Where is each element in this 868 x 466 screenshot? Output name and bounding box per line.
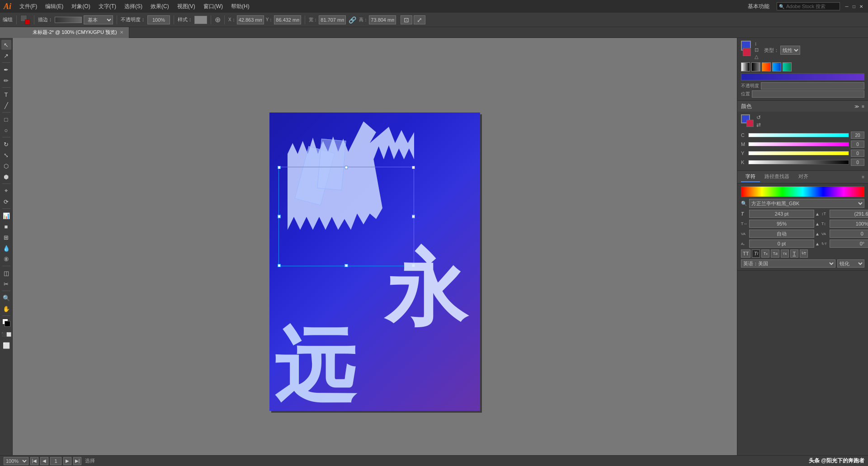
opacity-value-input[interactable] <box>761 82 864 89</box>
c-value[interactable]: 20 <box>851 132 864 139</box>
tool-mesh[interactable]: ⊞ <box>1 232 11 242</box>
tool-reshape[interactable]: ⬢ <box>1 172 11 182</box>
nav-prev-btn[interactable]: ◀ <box>40 457 48 465</box>
style-t-frac-btn[interactable]: ⅟T <box>800 249 808 258</box>
tool-width[interactable]: ⌖ <box>1 186 11 196</box>
handle-top-right[interactable] <box>412 166 415 169</box>
tool-type[interactable]: T <box>1 89 11 99</box>
handle-mid-left[interactable] <box>278 215 281 218</box>
preset-dark[interactable] <box>751 62 760 71</box>
kerning-input[interactable] <box>830 230 868 238</box>
transform-icon[interactable]: ⊕ <box>215 15 221 24</box>
tool-warp[interactable]: ⟳ <box>1 197 11 207</box>
hscale-input[interactable] <box>749 220 814 228</box>
handle-mid-right[interactable] <box>412 215 415 218</box>
menu-object[interactable]: 对象(O) <box>68 2 94 11</box>
tool-ellipse[interactable]: ○ <box>1 125 11 135</box>
gradient-reverse-icon[interactable]: ↕ <box>755 41 759 46</box>
font-size-up[interactable]: ▲ <box>815 212 820 217</box>
handle-bottom-left[interactable] <box>278 264 281 267</box>
menu-select[interactable]: 选择(S) <box>121 2 146 11</box>
tool-gradient[interactable]: ■ <box>1 221 11 231</box>
tool-hand[interactable]: ✋ <box>1 304 11 314</box>
color-panel-expand[interactable]: ≫ <box>854 104 859 109</box>
transform-btn-2[interactable]: ⤢ <box>414 15 425 24</box>
style-ti-btn[interactable]: TI <box>752 249 760 258</box>
tool-line[interactable]: ╱ <box>1 100 11 110</box>
main-canvas[interactable]: 永 远 <box>269 113 480 411</box>
style-t-sub-btn[interactable]: Tx <box>761 249 769 258</box>
w-input[interactable]: 81.707 mm <box>319 15 346 24</box>
color-panel-header[interactable]: 颜色 ≫ ≡ <box>737 101 868 112</box>
color-spectrum[interactable] <box>741 186 864 197</box>
color-panel-menu[interactable]: ≡ <box>862 104 864 109</box>
font-search-icon[interactable]: 🔍 <box>741 201 747 207</box>
c-slider[interactable] <box>748 133 849 137</box>
preset-blue[interactable] <box>772 62 781 71</box>
menu-help[interactable]: 帮助(H) <box>227 2 253 11</box>
tool-pencil[interactable]: ✏ <box>1 75 11 85</box>
tab-active[interactable]: 未标题-2* @ 100% (CMYK/GPU 预览) ✕ <box>27 27 129 38</box>
fg-bg-swatch[interactable] <box>741 114 754 127</box>
tool-zoom[interactable]: 🔍 <box>1 293 11 303</box>
m-value[interactable]: 0 <box>851 141 864 148</box>
baseline-input[interactable] <box>749 240 814 248</box>
maximize-button[interactable]: □ <box>851 3 857 9</box>
preset-warm[interactable] <box>762 62 771 71</box>
tool-eyedropper[interactable]: 💧 <box>1 243 11 253</box>
leading-input[interactable] <box>830 210 868 218</box>
lock-icon[interactable]: 🔗 <box>349 16 356 24</box>
style-t-line-btn[interactable]: T <box>790 249 798 258</box>
zoom-select[interactable]: 100% <box>4 457 28 465</box>
tool-blend[interactable]: ⑧ <box>1 254 11 264</box>
gradient-type-icon[interactable]: ⊡ <box>755 47 759 53</box>
y-value[interactable]: 0 <box>851 150 864 157</box>
tool-eraser[interactable]: ◫ <box>1 268 11 278</box>
nav-next-btn[interactable]: ▶ <box>63 457 71 465</box>
screen-mode-btn[interactable]: ⬜ <box>1 340 11 350</box>
m-slider[interactable] <box>748 142 849 146</box>
tab-close-icon[interactable]: ✕ <box>120 30 123 35</box>
page-input[interactable]: 1 <box>50 457 61 465</box>
menu-text[interactable]: 文字(T) <box>95 2 120 11</box>
handle-bottom-mid[interactable] <box>345 264 348 267</box>
tool-select[interactable]: ↖ <box>1 40 11 50</box>
tool-pen[interactable]: ✒ <box>1 65 11 75</box>
gradient-type-select[interactable]: 线性 径向 <box>780 46 800 55</box>
gradient-options-icon[interactable]: △ <box>755 54 759 60</box>
style-t-alt-btn[interactable]: Ta <box>771 249 779 258</box>
tab-align[interactable]: 对齐 <box>794 172 813 182</box>
k-slider[interactable] <box>748 160 849 165</box>
y-input[interactable]: 86.432 mm <box>274 15 301 24</box>
tool-rotate[interactable]: ↻ <box>1 139 11 149</box>
font-size-input[interactable] <box>749 210 814 218</box>
color-reset-icon[interactable]: ↺ <box>756 114 761 121</box>
menu-file[interactable]: 文件(F) <box>16 2 41 11</box>
menu-view[interactable]: 视图(V) <box>174 2 199 11</box>
preset-bw[interactable] <box>741 62 750 71</box>
font-name-select[interactable]: 方正兰亭中粗黑_GBK <box>749 199 864 208</box>
tab-char[interactable]: 字符 <box>741 172 760 182</box>
color-mode-icon[interactable]: ⬛⬜ <box>1 329 11 339</box>
color-swatches[interactable] <box>20 15 30 25</box>
color-swatch[interactable] <box>2 319 10 327</box>
style-t-sup-btn[interactable]: Tx <box>781 249 789 258</box>
nav-last-btn[interactable]: ▶| <box>73 457 81 465</box>
gradient-bg-color[interactable] <box>743 48 751 56</box>
background-swatch[interactable] <box>5 321 10 327</box>
x-input[interactable]: 42.863 mm <box>237 15 264 24</box>
tool-direct-select[interactable]: ↗ <box>1 51 11 61</box>
color-swap-icon[interactable]: ⇄ <box>756 122 761 128</box>
char-panel-menu[interactable]: ≡ <box>862 174 864 179</box>
menu-window[interactable]: 窗口(W) <box>200 2 226 11</box>
handle-top-left[interactable] <box>278 166 281 169</box>
rotation-input[interactable] <box>830 240 868 248</box>
vscale-input[interactable] <box>830 220 868 228</box>
style-tt-btn[interactable]: TT <box>741 249 750 258</box>
bg-color-swatch[interactable] <box>746 120 754 127</box>
baseline-up[interactable]: ▲ <box>815 241 820 246</box>
gradient-preview-bar[interactable] <box>741 73 864 80</box>
menu-effect[interactable]: 效果(C) <box>147 2 173 11</box>
k-value[interactable]: 0 <box>851 159 864 166</box>
close-button[interactable]: ✕ <box>858 3 864 9</box>
